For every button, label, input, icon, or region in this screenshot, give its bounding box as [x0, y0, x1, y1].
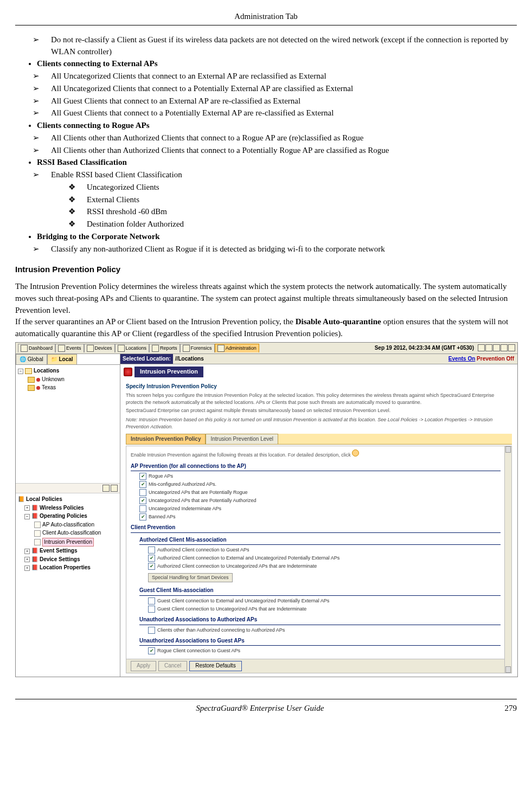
folder-icon [28, 385, 35, 391]
checkbox-row[interactable]: Mis-configured Authorized APs. [139, 481, 501, 488]
paragraph: If the server quarantines an AP or Clien… [15, 316, 517, 340]
checkbox-row[interactable]: Uncategorized APs that are Potentially A… [139, 497, 501, 504]
checkbox-row[interactable]: Rogue Client connection to Guest APs [148, 647, 501, 654]
label: Location Properties [40, 564, 91, 572]
tab-devices[interactable]: Devices [84, 344, 115, 352]
book-icon: 📕 [31, 556, 38, 564]
vertical-scrollbar[interactable] [504, 446, 511, 672]
tree-label: Texas [42, 384, 56, 392]
tab-label: Local [59, 356, 73, 362]
policy-node[interactable]: +📕Location Properties [18, 564, 118, 572]
tab-dashboard[interactable]: Dashboard [18, 344, 55, 352]
policy-node[interactable]: −📕Operating Policies [18, 512, 118, 520]
label: Operating Policies [40, 512, 87, 520]
list-item: All Clients other than Authorized Client… [51, 132, 517, 144]
tree-root[interactable]: − Locations [18, 367, 118, 376]
smart-devices-button[interactable]: Special Handling for Smart Devices [148, 573, 233, 582]
events-on-link[interactable]: Events On [448, 356, 475, 362]
checkbox-row[interactable]: Authorized Client connection to External… [148, 555, 501, 562]
tab-administration[interactable]: Administration [215, 344, 259, 352]
help-icon[interactable] [352, 449, 359, 457]
checkbox-row[interactable]: Guest Client connection to Uncategorized… [148, 606, 501, 613]
selected-location-label: Selected Location: [120, 354, 173, 364]
cancel-button[interactable]: Cancel [158, 661, 187, 671]
book-icon: 📕 [31, 547, 38, 555]
checkbox-row[interactable]: Uncategorized Indeterminate APs [139, 505, 501, 512]
checkbox-icon[interactable] [139, 473, 146, 480]
checkbox-row[interactable]: Uncategorized APs that are Potentially R… [139, 489, 501, 496]
collapse-icon[interactable]: − [18, 369, 23, 374]
enable-line: Enable Intrusion Prevention against the … [131, 452, 351, 458]
checkbox-label: Authorized Client connection to External… [157, 555, 339, 562]
checkbox-icon[interactable] [148, 606, 155, 613]
checkbox-icon[interactable] [148, 627, 155, 634]
expand-icon[interactable]: + [24, 505, 30, 511]
alert-icon[interactable] [501, 344, 508, 351]
ipp-heading: Intrusion Prevention Policy [15, 263, 517, 275]
app-toolbar: Dashboard Events Devices Locations Repor… [16, 343, 517, 354]
tool-icon[interactable] [111, 485, 118, 492]
scope-tabs: 🌐 Global 📁 Local [16, 354, 120, 365]
app-body: 🌐 Global 📁 Local − Locations Unknown [16, 354, 517, 677]
tab-global[interactable]: 🌐 Global [16, 354, 47, 365]
checkbox-icon[interactable] [139, 513, 146, 520]
checkbox-label: Uncategorized Indeterminate APs [149, 505, 221, 512]
sub-section-title: Unauthorized Associations to Authorized … [139, 616, 501, 625]
checkbox-row[interactable]: Authorized Client connection to Guest AP… [148, 547, 501, 554]
tab-ipp-policy[interactable]: Intrusion Prevention Policy [126, 434, 206, 445]
logout-icon[interactable] [508, 344, 515, 351]
tab-local[interactable]: 📁 Local [47, 354, 77, 365]
toolbar-right: Sep 19 2012, 04:23:34 AM (GMT +0530) [375, 344, 515, 352]
help-icon[interactable] [485, 344, 492, 351]
policy-node[interactable]: +📕Event Settings [18, 547, 118, 555]
checkbox-icon[interactable] [148, 563, 155, 570]
tab-label: Administration [226, 345, 257, 352]
checkbox-icon[interactable] [139, 497, 146, 504]
checkbox-row[interactable]: Clients other than Authorized connecting… [148, 627, 501, 634]
checkbox-row[interactable]: Rogue APs [139, 473, 501, 480]
tool-icon[interactable] [102, 485, 110, 492]
tab-ipp-level[interactable]: Intrusion Prevention Level [206, 434, 278, 445]
tree-node[interactable]: Texas [18, 384, 118, 393]
tab-events[interactable]: Events [55, 344, 84, 352]
restore-defaults-button[interactable]: Restore Defaults [189, 661, 241, 671]
checkbox-icon[interactable] [139, 489, 146, 496]
policy-leaf[interactable]: Client Auto-classification [18, 529, 118, 537]
checkbox-icon[interactable] [148, 547, 155, 554]
expand-icon[interactable]: + [24, 549, 30, 554]
checkbox-icon[interactable] [148, 647, 155, 654]
checkbox-icon[interactable] [148, 555, 155, 562]
policy-leaf[interactable]: AP Auto-classification [18, 521, 118, 529]
label: Device Settings [40, 556, 80, 564]
checkbox-row[interactable]: Banned APs [139, 513, 501, 520]
tree-node[interactable]: Unknown [18, 376, 118, 384]
tab-forensics[interactable]: Forensics [180, 344, 215, 352]
page-icon [34, 522, 41, 528]
label: Wireless Policies [40, 504, 84, 512]
refresh-icon[interactable] [478, 344, 485, 351]
checkbox-label: Uncategorized APs that are Potentially R… [149, 489, 248, 496]
collapse-icon[interactable]: − [24, 514, 30, 519]
list-icon[interactable] [493, 344, 500, 351]
policy-leaf-selected[interactable]: Intrusion Prevention [18, 538, 118, 547]
bold-text: Disable Auto-quarantine [296, 317, 381, 326]
tab-label: Locations [126, 345, 147, 352]
events-status[interactable]: Events On Prevention Off [448, 355, 517, 363]
expand-icon[interactable]: + [24, 565, 30, 571]
tab-reports[interactable]: Reports [149, 344, 180, 352]
checkbox-icon[interactable] [148, 597, 155, 605]
sub-section-title: Unauthorized Associations to Guest APs [139, 637, 501, 646]
policy-node[interactable]: +📕Device Settings [18, 556, 118, 564]
policy-node[interactable]: +📕Wireless Policies [18, 504, 118, 512]
selected-location-bar: Selected Location: //Locations Events On… [120, 354, 517, 365]
expand-icon[interactable]: + [24, 557, 30, 562]
tab-locations[interactable]: Locations [115, 344, 150, 352]
checkbox-row[interactable]: Guest Client connection to External and … [148, 597, 501, 605]
checkbox-row[interactable]: Authorized Client connection to Uncatego… [148, 563, 501, 570]
checkbox-icon[interactable] [139, 505, 146, 512]
chev-list: Enable RSSI based Client Classification [15, 169, 517, 181]
list-item: Enable RSSI based Client Classification [51, 169, 517, 181]
apply-button[interactable]: Apply [131, 661, 156, 671]
book-icon: 📕 [31, 512, 38, 520]
checkbox-icon[interactable] [139, 481, 146, 488]
